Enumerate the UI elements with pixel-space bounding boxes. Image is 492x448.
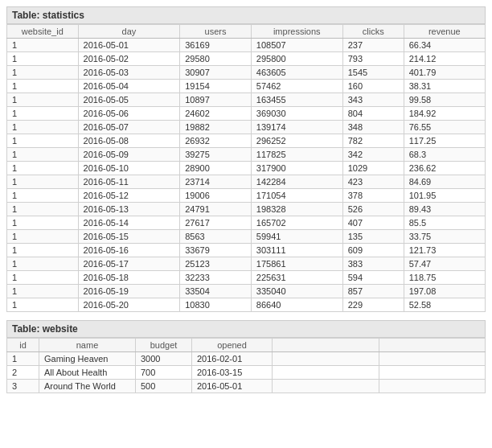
table-row: 12016-05-132479119832852689.43 (7, 203, 486, 216)
table-cell: 171054 (251, 189, 342, 203)
table-cell: 32233 (180, 271, 252, 285)
table-cell: 33.75 (404, 230, 485, 244)
table-cell: 383 (342, 257, 404, 271)
table-cell: 99.58 (404, 93, 485, 107)
table-cell: 142284 (251, 175, 342, 189)
table-cell: 2016-05-12 (78, 189, 180, 203)
table-cell: 1 (7, 257, 79, 271)
table-cell: 2 (7, 366, 39, 380)
table-cell-empty (273, 352, 379, 366)
table-row: 12016-05-051089716345534399.58 (7, 93, 486, 107)
table-cell: 793 (342, 52, 404, 66)
col-header-id: id (7, 339, 39, 352)
table-cell: 66.34 (404, 39, 485, 52)
table-cell: 1 (7, 80, 79, 93)
table-cell: 1 (7, 203, 79, 216)
table-cell: 295800 (251, 52, 342, 66)
table-cell: 317900 (251, 162, 342, 175)
table-cell: 26932 (180, 134, 252, 148)
table-cell: 500 (136, 380, 192, 393)
table-cell: 1 (7, 230, 79, 244)
table-cell: 24791 (180, 203, 252, 216)
table-cell: 225631 (251, 271, 342, 285)
table-cell: 2016-05-08 (78, 134, 180, 148)
table-cell: Around The World (39, 380, 136, 393)
table-row: 3Around The World5002016-05-01 (7, 380, 486, 393)
website-table: id name budget opened 1Gaming Heaven3000… (6, 338, 486, 393)
table-cell: 237 (342, 39, 404, 52)
table-cell: 24602 (180, 107, 252, 121)
table-cell: 2016-05-07 (78, 121, 180, 134)
table-row: 12016-05-071988213917434876.55 (7, 121, 486, 134)
col-header-budget: budget (136, 339, 192, 352)
table-cell: 160 (342, 80, 404, 93)
table-cell: 1 (7, 352, 39, 366)
table-cell: 782 (342, 134, 404, 148)
col-header-users: users (180, 25, 252, 39)
table-cell: 3 (7, 380, 39, 393)
table-cell: 2016-05-03 (78, 66, 180, 80)
table-cell: 118.75 (404, 271, 485, 285)
col-header-revenue: revenue (404, 25, 485, 39)
table-cell: 229 (342, 298, 404, 312)
table-cell: 8563 (180, 230, 252, 244)
table-cell: 1029 (342, 162, 404, 175)
table-cell: 2016-05-13 (78, 203, 180, 216)
table-cell: 407 (342, 216, 404, 230)
table-cell: 526 (342, 203, 404, 216)
table-cell: 19006 (180, 189, 252, 203)
table-cell: 175861 (251, 257, 342, 271)
table-cell: 2016-03-15 (192, 366, 273, 380)
table-cell: 2016-05-01 (78, 39, 180, 52)
page-container: Table: statistics website_id day users i… (0, 0, 492, 400)
table-cell: 2016-05-06 (78, 107, 180, 121)
table-cell: 2016-05-14 (78, 216, 180, 230)
table-cell: 57.47 (404, 257, 485, 271)
table-row: 12016-05-0229580295800793214.12 (7, 52, 486, 66)
table-cell: 101.95 (404, 189, 485, 203)
table-cell: 1 (7, 244, 79, 257)
table-cell: 10830 (180, 298, 252, 312)
table-cell: 2016-05-18 (78, 271, 180, 285)
table-cell: 2016-05-01 (192, 380, 273, 393)
table-cell: 57462 (251, 80, 342, 93)
table-cell: 378 (342, 189, 404, 203)
table-cell: 135 (342, 230, 404, 244)
table-cell: 348 (342, 121, 404, 134)
table-cell: Gaming Heaven (39, 352, 136, 366)
table-cell: 342 (342, 148, 404, 162)
table-cell-empty (379, 366, 486, 380)
table-cell: 85.5 (404, 216, 485, 230)
table-row: 12016-05-0624602369030804184.92 (7, 107, 486, 121)
table-cell-empty (379, 352, 486, 366)
table-cell: 1 (7, 66, 79, 80)
table-cell: 19154 (180, 80, 252, 93)
table-cell: 423 (342, 175, 404, 189)
table-cell: 2016-05-15 (78, 230, 180, 244)
table-cell: 52.58 (404, 298, 485, 312)
col-header-name: name (39, 339, 136, 352)
table-cell: 108507 (251, 39, 342, 52)
col-header-empty2 (379, 339, 486, 352)
table-cell: 197.08 (404, 285, 485, 298)
table-row: 12016-05-112371414228442384.69 (7, 175, 486, 189)
col-header-impressions: impressions (251, 25, 342, 39)
table-cell: 39275 (180, 148, 252, 162)
table-cell: 2016-05-11 (78, 175, 180, 189)
table-cell: 2016-05-02 (78, 52, 180, 66)
table-row: 12016-05-013616910850723766.34 (7, 39, 486, 52)
table-cell: 165702 (251, 216, 342, 230)
table-cell: 1 (7, 189, 79, 203)
table-cell: 28900 (180, 162, 252, 175)
table-row: 12016-05-172512317586138357.47 (7, 257, 486, 271)
table-cell: 303111 (251, 244, 342, 257)
table-cell: 86640 (251, 298, 342, 312)
table-cell: 804 (342, 107, 404, 121)
table-cell: 1 (7, 298, 79, 312)
table-cell: 33504 (180, 285, 252, 298)
col-header-empty (273, 339, 379, 352)
table-cell: 2016-05-19 (78, 285, 180, 298)
table-cell: 401.79 (404, 66, 485, 80)
table-row: 12016-05-04191545746216038.31 (7, 80, 486, 93)
table-cell: 89.43 (404, 203, 485, 216)
